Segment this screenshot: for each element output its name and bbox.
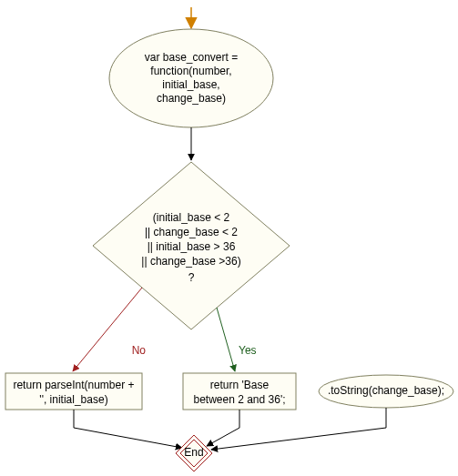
edge-procyes-end: [207, 410, 239, 446]
node-proc-no-line-0: return parseInt(number +: [13, 379, 134, 391]
node-decision-line-2: || initial_base > 36: [148, 240, 236, 253]
node-start-line-3: change_base): [157, 92, 226, 105]
node-start-line-0: var base_convert =: [145, 51, 238, 64]
node-start-line-1: function(number,: [150, 65, 231, 77]
edge-procno-end: [74, 410, 182, 448]
edge-yes-label: Yes: [239, 344, 257, 357]
edge-no: [73, 288, 142, 371]
node-proc-tostring-line-0: .toString(change_base);: [328, 384, 444, 397]
node-proc-no-line-1: '', initial_base): [39, 393, 107, 406]
edge-yes: [217, 308, 235, 371]
node-decision-line-0: (initial_base < 2: [153, 211, 230, 224]
node-end-label: End: [184, 446, 203, 459]
node-decision-line-3: || change_base >36): [141, 255, 240, 268]
flowchart: var base_convert = function(number, init…: [0, 0, 458, 476]
node-decision-line-1: || change_base < 2: [145, 226, 238, 238]
node-proc-yes-line-0: return 'Base: [210, 379, 270, 391]
node-proc-yes-line-1: between 2 and 36';: [193, 393, 285, 406]
edge-no-label: No: [132, 344, 147, 357]
node-decision-line-4: ?: [188, 271, 195, 284]
node-start-line-2: initial_base,: [162, 78, 219, 91]
